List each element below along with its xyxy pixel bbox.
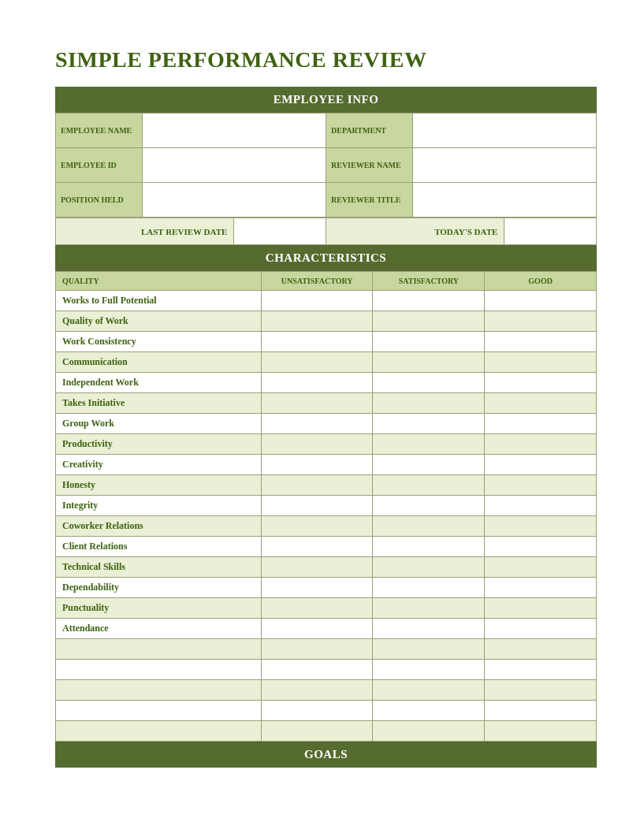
rating-cell-good[interactable]: [485, 537, 597, 557]
rating-cell-sat[interactable]: [373, 455, 485, 475]
value-todays-date[interactable]: [504, 218, 597, 245]
rating-cell-unsat[interactable]: [261, 496, 373, 516]
rating-cell-unsat[interactable]: [261, 393, 373, 414]
value-department[interactable]: [413, 113, 597, 148]
rating-cell-good[interactable]: [485, 516, 597, 537]
rating-cell-unsat[interactable]: [261, 352, 373, 373]
section-goals: GOALS: [55, 742, 597, 768]
rating-cell-good[interactable]: [485, 721, 597, 742]
rating-cell-good[interactable]: [485, 639, 597, 660]
quality-name: Client Relations: [56, 537, 262, 557]
rating-cell-sat[interactable]: [373, 414, 485, 434]
value-position-held[interactable]: [143, 183, 326, 218]
rating-cell-sat[interactable]: [373, 496, 485, 516]
rating-cell-good[interactable]: [485, 680, 597, 701]
header-quality: QUALITY: [56, 272, 262, 291]
value-employee-id[interactable]: [143, 148, 326, 183]
rating-cell-good[interactable]: [485, 352, 597, 373]
rating-cell-sat[interactable]: [373, 291, 485, 311]
table-row: Work Consistency: [56, 332, 597, 352]
rating-cell-unsat[interactable]: [261, 639, 373, 660]
rating-cell-unsat[interactable]: [261, 701, 373, 721]
rating-cell-unsat[interactable]: [261, 660, 373, 680]
rating-cell-good[interactable]: [485, 660, 597, 680]
rating-cell-unsat[interactable]: [261, 516, 373, 537]
value-last-review-date[interactable]: [234, 218, 326, 245]
rating-cell-unsat[interactable]: [261, 332, 373, 352]
rating-cell-sat[interactable]: [373, 557, 485, 578]
rating-cell-sat[interactable]: [373, 352, 485, 373]
rating-cell-unsat[interactable]: [261, 680, 373, 701]
table-row: Works to Full Potential: [56, 291, 597, 311]
rating-cell-unsat[interactable]: [261, 434, 373, 455]
rating-cell-sat[interactable]: [373, 680, 485, 701]
rating-cell-good[interactable]: [485, 578, 597, 598]
rating-cell-good[interactable]: [485, 557, 597, 578]
rating-cell-sat[interactable]: [373, 701, 485, 721]
rating-cell-unsat[interactable]: [261, 291, 373, 311]
table-row: Honesty: [56, 475, 597, 496]
table-row: Quality of Work: [56, 311, 597, 332]
quality-name: [56, 701, 262, 721]
rating-cell-good[interactable]: [485, 332, 597, 352]
value-employee-name[interactable]: [143, 113, 326, 148]
label-employee-name: EMPLOYEE NAME: [56, 113, 143, 148]
rating-cell-unsat[interactable]: [261, 311, 373, 332]
rating-cell-unsat[interactable]: [261, 721, 373, 742]
rating-cell-good[interactable]: [485, 373, 597, 393]
rating-cell-good[interactable]: [485, 475, 597, 496]
rating-cell-sat[interactable]: [373, 475, 485, 496]
quality-name: Work Consistency: [56, 332, 262, 352]
rating-cell-unsat[interactable]: [261, 537, 373, 557]
rating-cell-sat[interactable]: [373, 393, 485, 414]
rating-cell-unsat[interactable]: [261, 619, 373, 639]
rating-cell-sat[interactable]: [373, 537, 485, 557]
rating-cell-sat[interactable]: [373, 332, 485, 352]
label-reviewer-title: REVIEWER TITLE: [326, 183, 413, 218]
rating-cell-sat[interactable]: [373, 721, 485, 742]
rating-cell-unsat[interactable]: [261, 578, 373, 598]
rating-cell-sat[interactable]: [373, 598, 485, 619]
label-todays-date: TODAY'S DATE: [326, 218, 504, 245]
rating-cell-sat[interactable]: [373, 639, 485, 660]
rating-cell-good[interactable]: [485, 455, 597, 475]
header-satisfactory: SATISFACTORY: [373, 272, 485, 291]
rating-cell-unsat[interactable]: [261, 557, 373, 578]
quality-name: [56, 639, 262, 660]
rating-cell-sat[interactable]: [373, 434, 485, 455]
rating-cell-unsat[interactable]: [261, 414, 373, 434]
rating-cell-sat[interactable]: [373, 578, 485, 598]
quality-name: Creativity: [56, 455, 262, 475]
quality-name: Dependability: [56, 578, 262, 598]
rating-cell-sat[interactable]: [373, 660, 485, 680]
rating-cell-good[interactable]: [485, 619, 597, 639]
rating-cell-good[interactable]: [485, 496, 597, 516]
table-row: [56, 639, 597, 660]
rating-cell-good[interactable]: [485, 291, 597, 311]
section-characteristics: CHARACTERISTICS: [55, 245, 597, 271]
rating-cell-good[interactable]: [485, 414, 597, 434]
rating-cell-unsat[interactable]: [261, 455, 373, 475]
rating-cell-sat[interactable]: [373, 619, 485, 639]
rating-cell-good[interactable]: [485, 434, 597, 455]
table-row: Productivity: [56, 434, 597, 455]
table-row: Independent Work: [56, 373, 597, 393]
quality-name: [56, 660, 262, 680]
rating-cell-good[interactable]: [485, 393, 597, 414]
rating-cell-sat[interactable]: [373, 311, 485, 332]
dates-table: LAST REVIEW DATE TODAY'S DATE: [55, 218, 597, 245]
value-reviewer-title[interactable]: [413, 183, 597, 218]
label-department: DEPARTMENT: [326, 113, 413, 148]
rating-cell-good[interactable]: [485, 701, 597, 721]
rating-cell-sat[interactable]: [373, 516, 485, 537]
rating-cell-good[interactable]: [485, 311, 597, 332]
rating-cell-unsat[interactable]: [261, 598, 373, 619]
value-reviewer-name[interactable]: [413, 148, 597, 183]
quality-name: Technical Skills: [56, 557, 262, 578]
rating-cell-unsat[interactable]: [261, 373, 373, 393]
quality-name: [56, 680, 262, 701]
rating-cell-sat[interactable]: [373, 373, 485, 393]
quality-name: Attendance: [56, 619, 262, 639]
rating-cell-good[interactable]: [485, 598, 597, 619]
rating-cell-unsat[interactable]: [261, 475, 373, 496]
